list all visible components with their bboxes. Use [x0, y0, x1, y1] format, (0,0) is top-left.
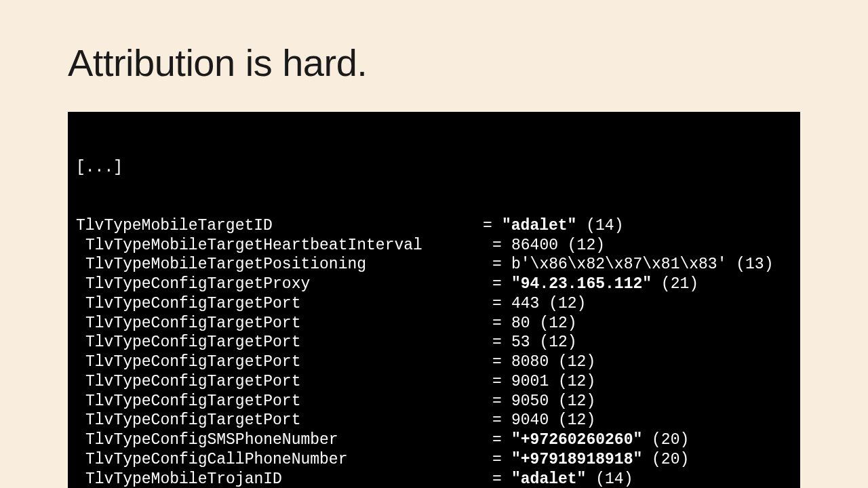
value-text: 80 (12) [511, 314, 577, 332]
equals-sign: = [483, 216, 502, 236]
equals-sign: = [492, 352, 511, 372]
equals-sign: = [492, 333, 511, 352]
config-row: TlvTypeConfigTargetProxy= "94.23.165.112… [76, 274, 792, 294]
config-key: TlvTypeConfigTargetPort [76, 392, 492, 411]
value-highlight: "+97918918918" [511, 451, 642, 468]
config-key: TlvTypeConfigTargetPort [76, 411, 492, 430]
config-row: TlvTypeConfigTargetPort= 9050 (12) [76, 392, 792, 411]
config-key: TlvTypeConfigCallPhoneNumber [76, 450, 492, 470]
config-key: TlvTypeMobileTargetHeartbeatInterval [76, 236, 492, 256]
slide: Attribution is hard. [...] TlvTypeMobile… [0, 0, 868, 488]
equals-sign: = [492, 236, 511, 256]
config-value: 9040 (12) [511, 411, 595, 430]
equals-sign: = [492, 372, 511, 392]
equals-sign: = [492, 392, 511, 411]
value-highlight: "adalet" [511, 470, 586, 488]
equals-sign: = [492, 411, 511, 430]
value-text: 86400 (12) [511, 237, 605, 254]
config-row: TlvTypeConfigCallPhoneNumber= "+97918918… [76, 450, 792, 470]
config-row: TlvTypeConfigTargetPort= 9040 (12) [76, 411, 792, 430]
ellipsis-top: [...] [76, 158, 792, 178]
equals-sign: = [492, 294, 511, 314]
config-key: TlvTypeConfigSMSPhoneNumber [76, 430, 492, 450]
value-suffix: (14) [576, 217, 623, 235]
value-text: b'\x86\x82\x87\x81\x83' (13) [511, 256, 773, 273]
equals-sign: = [492, 314, 511, 333]
value-suffix: (21) [652, 275, 698, 293]
value-text: 9040 (12) [511, 411, 595, 429]
config-row: TlvTypeMobileTrojanID= "adalet" (14) [76, 470, 792, 489]
equals-sign: = [492, 255, 511, 274]
config-key: TlvTypeConfigTargetPort [76, 352, 492, 372]
config-value: 8080 (12) [511, 352, 595, 372]
config-key: TlvTypeConfigTargetProxy [76, 274, 492, 294]
config-rows: TlvTypeMobileTargetID= "adalet" (14)TlvT… [76, 216, 792, 488]
equals-sign: = [492, 470, 511, 489]
config-key: TlvTypeConfigTargetPort [76, 294, 492, 314]
equals-sign: = [492, 430, 511, 450]
config-key: TlvTypeMobileTrojanID [76, 470, 492, 489]
config-key: TlvTypeMobileTargetPositioning [76, 255, 492, 274]
config-row: TlvTypeConfigTargetPort= 9001 (12) [76, 372, 792, 392]
value-suffix: (20) [642, 451, 689, 468]
config-value: "+97260260260" (20) [511, 430, 689, 450]
config-value: 9050 (12) [511, 392, 595, 411]
config-value: "adalet" (14) [502, 216, 623, 236]
config-key: TlvTypeConfigTargetPort [76, 333, 492, 352]
value-text: 8080 (12) [511, 353, 595, 371]
config-value: 80 (12) [511, 314, 577, 333]
config-value: b'\x86\x82\x87\x81\x83' (13) [511, 255, 773, 274]
equals-sign: = [492, 274, 511, 294]
slide-title: Attribution is hard. [68, 41, 800, 85]
config-row: TlvTypeMobileTargetHeartbeatInterval= 86… [76, 236, 792, 256]
value-text: 9001 (12) [511, 373, 595, 390]
value-text: 53 (12) [511, 333, 577, 351]
config-value: 443 (12) [511, 294, 586, 314]
equals-sign: = [492, 450, 511, 470]
config-value: "+97918918918" (20) [511, 450, 689, 470]
config-row: TlvTypeConfigTargetPort= 80 (12) [76, 314, 792, 333]
config-value: 86400 (12) [511, 236, 605, 256]
config-value: 9001 (12) [511, 372, 595, 392]
config-key: TlvTypeMobileTargetID [76, 216, 483, 236]
config-row: TlvTypeMobileTargetID= "adalet" (14) [76, 216, 792, 236]
config-row: TlvTypeConfigSMSPhoneNumber= "+972602602… [76, 430, 792, 450]
value-highlight: "adalet" [502, 217, 576, 235]
config-key: TlvTypeConfigTargetPort [76, 372, 492, 392]
config-row: TlvTypeConfigTargetPort= 53 (12) [76, 333, 792, 352]
config-row: TlvTypeConfigTargetPort= 443 (12) [76, 294, 792, 314]
value-text: 9050 (12) [511, 392, 595, 410]
value-text: 443 (12) [511, 295, 586, 312]
value-highlight: "+97260260260" [511, 431, 642, 449]
config-key: TlvTypeConfigTargetPort [76, 314, 492, 333]
config-row: TlvTypeMobileTargetPositioning= b'\x86\x… [76, 255, 792, 274]
code-block: [...] TlvTypeMobileTargetID= "adalet" (1… [68, 112, 800, 488]
config-value: "adalet" (14) [511, 470, 633, 489]
config-value: 53 (12) [511, 333, 577, 352]
value-suffix: (20) [642, 431, 689, 449]
value-highlight: "94.23.165.112" [511, 275, 652, 293]
value-suffix: (14) [586, 470, 633, 488]
config-value: "94.23.165.112" (21) [511, 274, 698, 294]
config-row: TlvTypeConfigTargetPort= 8080 (12) [76, 352, 792, 372]
